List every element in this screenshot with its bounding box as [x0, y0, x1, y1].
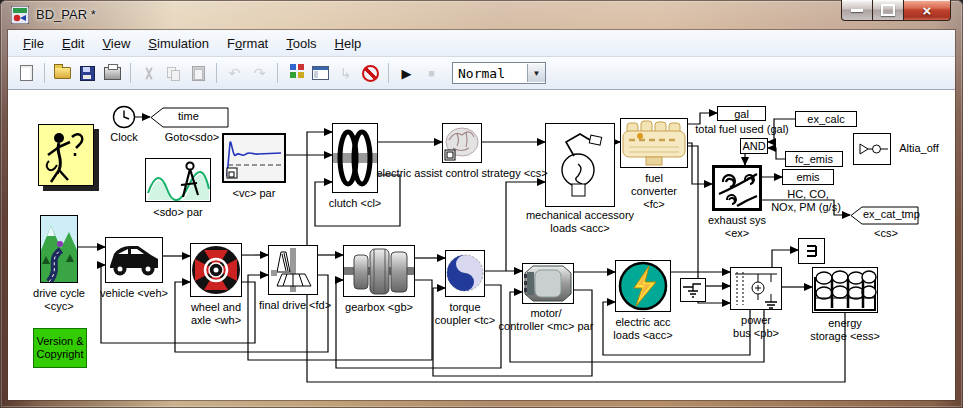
block-and-operator[interactable]: AND: [740, 138, 768, 154]
menu-tools[interactable]: Tools: [277, 33, 325, 54]
client-area: FileEditViewSimulationFormatToolsHelp ↶↷…: [8, 30, 955, 400]
model-canvas[interactable]: Clock time Goto<sdo> <sdo> par: [8, 90, 955, 400]
block-mechanical-accessory-loads[interactable]: [545, 123, 615, 207]
block-wheel-axle[interactable]: [190, 243, 242, 297]
clutch-plates-icon: [333, 124, 377, 192]
block-label: mechanical accessory: [526, 209, 634, 222]
menu-edit[interactable]: Edit: [53, 33, 93, 54]
block-electric-acc-loads[interactable]: [615, 260, 671, 312]
block-label: electric assist control strategy <cs>: [376, 167, 547, 180]
block-exhaust-sys[interactable]: [712, 165, 762, 211]
car-icon: [106, 238, 162, 282]
block-label: loads <acc>: [550, 222, 609, 235]
block-label: <cyc>: [44, 300, 73, 313]
final-drive-icon: [269, 246, 317, 294]
menu-format[interactable]: Format: [218, 33, 277, 54]
block-final-drive[interactable]: [268, 245, 318, 295]
block-ground[interactable]: [680, 278, 706, 302]
simulink-model-window: BD_PAR * × FileEditViewSimulationFormatT…: [0, 0, 963, 408]
close-button[interactable]: ×: [904, 0, 951, 21]
block-fc-emis[interactable]: fc_emis: [785, 151, 843, 167]
block-label: <cs>: [874, 227, 898, 240]
fc-emis-text: fc_emis: [795, 153, 833, 165]
block-drive-cycle[interactable]: [40, 215, 78, 283]
block-gal-tag[interactable]: gal: [717, 106, 766, 121]
block-gearbox[interactable]: [343, 245, 415, 297]
toolbar-separator: [216, 63, 217, 83]
block-help-info[interactable]: [38, 124, 94, 186]
caption-emissions: HC, CO,: [787, 188, 829, 201]
drive-cycle-icon: [41, 216, 77, 282]
block-ex-calc[interactable]: ex_calc: [795, 111, 857, 127]
maximize-button[interactable]: [873, 0, 904, 21]
menu-file[interactable]: File: [14, 33, 53, 54]
print-icon[interactable]: [101, 62, 124, 84]
debug-disabled-icon[interactable]: [359, 62, 382, 84]
block-label: energy: [828, 317, 862, 330]
block-label: storage <ess>: [810, 330, 880, 343]
block-label: <fc>: [643, 198, 664, 211]
block-fuel-converter[interactable]: [620, 118, 688, 168]
block-label: motor/: [530, 307, 561, 320]
block-emis[interactable]: emis: [782, 169, 834, 185]
block-label: wheel and: [191, 301, 241, 314]
block-label: power: [741, 314, 771, 327]
block-label: drive cycle: [33, 287, 85, 300]
save-model-icon[interactable]: [76, 62, 99, 84]
open-model-icon[interactable]: [51, 62, 74, 84]
switch-icon: [854, 134, 890, 164]
block-label: Altia_off: [899, 142, 939, 155]
block-label: bus <pb>: [733, 327, 779, 340]
goto-parent-icon: ↳: [334, 62, 357, 84]
block-label: electric acc: [615, 316, 670, 329]
battery-cells-icon: [813, 268, 877, 312]
engine-icon: [621, 119, 687, 167]
stop-icon: ■: [420, 62, 443, 84]
block-label: vehicle <veh>: [100, 287, 168, 300]
and-text: AND: [742, 140, 765, 152]
window-title: BD_PAR *: [36, 7, 96, 22]
lightning-icon: [616, 261, 670, 311]
menu-view[interactable]: View: [93, 33, 139, 54]
titlebar[interactable]: BD_PAR * ×: [0, 0, 963, 30]
motor-icon: [523, 264, 573, 303]
ex-calc-text: ex_calc: [807, 113, 844, 125]
library-browser-icon[interactable]: [284, 62, 307, 84]
yin-yang-icon: [446, 251, 484, 296]
block-motor-controller[interactable]: [522, 263, 574, 304]
block-vc-par[interactable]: [222, 133, 286, 183]
block-torque-coupler[interactable]: [445, 250, 485, 297]
block-label: <vc> par: [233, 187, 276, 200]
version-text: Version &: [36, 335, 83, 348]
block-display[interactable]: [798, 238, 825, 264]
cut-icon: [137, 62, 160, 84]
menu-help[interactable]: Help: [326, 33, 371, 54]
block-clutch[interactable]: [332, 123, 378, 193]
menu-simulation[interactable]: Simulation: [139, 33, 218, 54]
block-version-copyright[interactable]: Version & Copyright: [33, 328, 87, 368]
simulation-mode-value: Normal: [453, 66, 527, 81]
block-altia-switch[interactable]: [853, 133, 891, 165]
minimize-button[interactable]: [841, 0, 873, 21]
exhaust-swirl-icon: [715, 168, 759, 208]
block-power-bus[interactable]: [730, 267, 782, 310]
dropdown-arrow-icon[interactable]: ▼: [527, 64, 545, 82]
toolbar-separator: [44, 63, 45, 83]
brain-icon: [443, 124, 481, 162]
block-vehicle[interactable]: [105, 237, 163, 283]
simulation-mode-select[interactable]: Normal▼: [452, 62, 546, 84]
ground-icon: [681, 279, 705, 301]
block-energy-storage[interactable]: [812, 267, 878, 313]
new-model-icon[interactable]: [15, 62, 38, 84]
block-label: controller <mc> par: [499, 320, 594, 333]
block-label: Goto<sdo>: [165, 131, 219, 144]
block-sdo-par[interactable]: [145, 158, 211, 202]
toolbar-separator: [277, 63, 278, 83]
power-bus-circuit-icon: [731, 268, 781, 309]
model-browser-icon[interactable]: [309, 62, 332, 84]
undo-icon: ↶: [223, 62, 246, 84]
run-icon[interactable]: ▶: [395, 62, 418, 84]
block-clock[interactable]: [112, 105, 136, 129]
minimize-icon: [851, 9, 863, 12]
block-control-strategy[interactable]: [442, 123, 482, 163]
